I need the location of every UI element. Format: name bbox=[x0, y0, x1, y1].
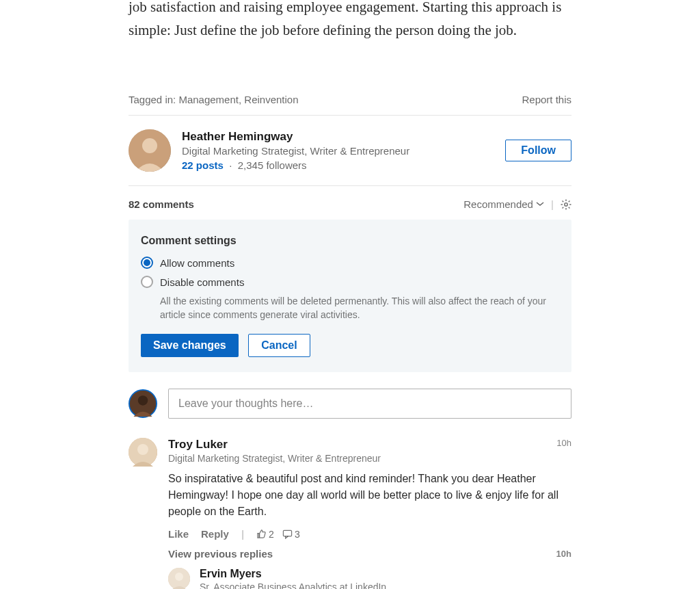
author-followers: 2,345 followers bbox=[238, 159, 307, 171]
chevron-down-icon bbox=[536, 198, 544, 207]
follow-button[interactable]: Follow bbox=[505, 140, 571, 161]
gear-icon[interactable] bbox=[561, 199, 571, 210]
article-body-tail: job satisfaction and raising employee en… bbox=[129, 0, 571, 90]
current-user-avatar[interactable] bbox=[129, 389, 157, 418]
reply-timestamp: 10h bbox=[556, 549, 571, 559]
svg-line-9 bbox=[563, 207, 564, 208]
comment-settings-help: All the existing comments will be delete… bbox=[160, 295, 559, 322]
radio-icon bbox=[141, 276, 153, 288]
svg-line-8 bbox=[569, 207, 570, 208]
commenter-avatar[interactable] bbox=[129, 438, 157, 467]
reply-item: Ervin Myers Sr. Associate Business Analy… bbox=[168, 568, 571, 589]
comment-item: Troy Luker Digital Marketing Strategist,… bbox=[129, 438, 571, 540]
comment-input[interactable] bbox=[168, 389, 571, 419]
like-button[interactable]: Like bbox=[168, 528, 189, 540]
reply-button[interactable]: Reply bbox=[201, 528, 229, 540]
tags-label: Tagged in: bbox=[129, 94, 176, 105]
author-card: Heather Hemingway Digital Marketing Stra… bbox=[129, 116, 571, 185]
author-avatar[interactable] bbox=[129, 129, 171, 172]
replier-avatar[interactable] bbox=[168, 568, 190, 589]
svg-line-10 bbox=[569, 200, 570, 202]
cancel-button[interactable]: Cancel bbox=[248, 334, 310, 357]
commenter-name[interactable]: Troy Luker bbox=[168, 438, 381, 451]
svg-line-7 bbox=[563, 200, 564, 202]
reply-count[interactable]: 3 bbox=[282, 529, 300, 540]
radio-allow-comments[interactable]: Allow comments bbox=[141, 257, 559, 269]
comment-timestamp: 10h bbox=[556, 438, 571, 448]
commenter-headline: Digital Marketing Strategist, Writer & E… bbox=[168, 453, 381, 464]
comment-settings-title: Comment settings bbox=[141, 235, 559, 247]
tag-link[interactable]: Reinvention bbox=[244, 94, 298, 105]
author-headline: Digital Marketing Strategist, Writer & E… bbox=[182, 145, 494, 157]
svg-point-12 bbox=[138, 396, 148, 406]
comment-text: So inspiratative & beautiful post and ki… bbox=[168, 471, 571, 520]
svg-rect-15 bbox=[283, 530, 291, 536]
tag-link[interactable]: Management bbox=[178, 94, 239, 105]
view-previous-replies[interactable]: View previous replies bbox=[168, 548, 273, 560]
article-tags: Tagged in: Management, Reinvention bbox=[129, 94, 299, 105]
radio-icon bbox=[141, 257, 153, 269]
sort-dropdown[interactable]: Recommended bbox=[463, 198, 544, 210]
svg-point-2 bbox=[565, 202, 567, 205]
replier-headline: Sr. Associate Business Analytics at Link… bbox=[200, 581, 571, 589]
replier-name[interactable]: Ervin Myers bbox=[200, 568, 571, 580]
author-name[interactable]: Heather Hemingway bbox=[182, 130, 494, 144]
svg-point-17 bbox=[175, 573, 183, 581]
svg-point-1 bbox=[142, 138, 157, 153]
like-count[interactable]: 2 bbox=[256, 529, 274, 540]
save-changes-button[interactable]: Save changes bbox=[141, 334, 239, 357]
svg-point-14 bbox=[137, 444, 148, 455]
radio-disable-comments[interactable]: Disable comments bbox=[141, 276, 559, 288]
comments-count: 82 comments bbox=[129, 198, 194, 210]
comment-settings-panel: Comment settings Allow comments Disable … bbox=[129, 220, 571, 372]
author-posts-link[interactable]: 22 posts bbox=[182, 159, 224, 171]
report-link[interactable]: Report this bbox=[522, 94, 571, 105]
